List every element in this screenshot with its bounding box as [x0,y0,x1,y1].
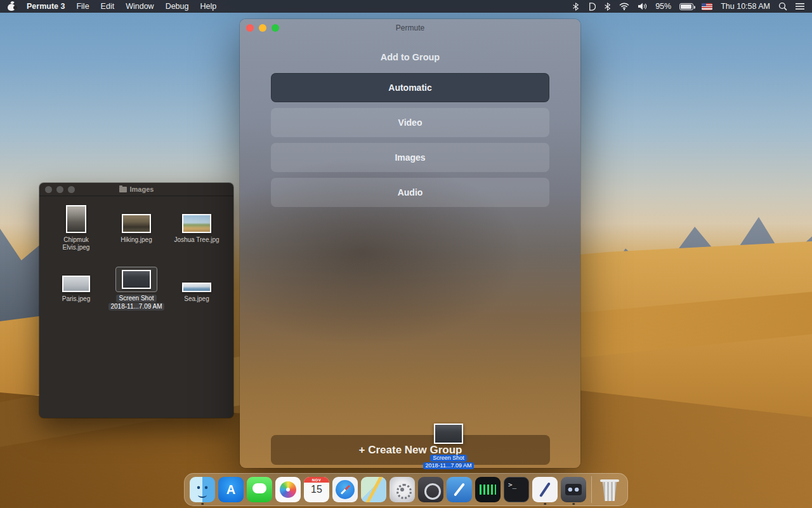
dock-icon-safari[interactable] [332,475,358,504]
add-to-group-heading: Add to Group [240,52,580,62]
finder-window: Images Chipmuk Elvis.jpeg Hiking.jpeg Jo… [39,183,233,418]
bluetooth-icon[interactable] [604,2,611,11]
group-list: Automatic Video Images Audio [271,73,549,207]
file-item-paris[interactable]: Paris.jpeg [46,260,107,311]
spotlight-icon[interactable] [778,2,787,11]
messages-icon [247,477,272,502]
dock-icon-notes[interactable] [532,475,558,504]
dock: NOV 15 [184,473,628,506]
menu-edit[interactable]: Edit [101,2,115,11]
permute-titlebar[interactable]: Permute [240,19,580,36]
control-list-icon[interactable] [796,3,804,10]
running-indicator [544,503,546,505]
finder-file-grid: Chipmuk Elvis.jpeg Hiking.jpeg Joshua Tr… [39,201,233,311]
audio-meter-icon [475,477,501,502]
menu-bar: Permute 3 File Edit Window Debug Help 95… [0,0,812,13]
dock-icon-system-preferences[interactable] [390,475,415,504]
safari-icon [332,477,358,502]
group-button-images[interactable]: Images [271,143,549,172]
menu-clock[interactable]: Thu 10:58 AM [721,2,770,11]
menu-help[interactable]: Help [200,2,216,11]
finder-icon [190,477,215,502]
running-indicator [201,503,204,505]
dock-icon-permute[interactable] [561,475,586,504]
quicktime-icon [418,477,443,502]
volume-icon[interactable] [638,3,647,10]
create-new-group-button[interactable]: + Create New Group [271,435,550,465]
file-thumbnail [62,276,90,292]
dock-icon-app-store[interactable] [218,475,244,504]
dock-icon-calendar[interactable]: NOV 15 [304,475,329,504]
file-thumbnail [66,205,86,233]
group-button-automatic[interactable]: Automatic [271,73,549,102]
selection-highlight [115,267,157,292]
file-item-sea[interactable]: Sea.jpeg [167,260,227,311]
app-store-icon [218,477,244,502]
dock-icon-terminal[interactable] [504,475,529,504]
menu-window[interactable]: Window [126,2,154,11]
input-language-flag-icon[interactable] [702,3,712,10]
drag-preview-label: Screen Shot 2018-11...7.09 AM [414,455,483,469]
drag-preview-thumbnail[interactable] [434,424,463,444]
dock-icon-messages[interactable] [247,475,272,504]
finder-window-title: Images [39,185,233,193]
d-badge-icon[interactable] [587,2,596,11]
file-item-joshua-tree[interactable]: Joshua Tree.jpg [167,201,227,251]
file-thumbnail [182,214,211,233]
photos-icon [275,477,301,502]
permute-window-title: Permute [240,23,580,32]
file-item-hiking[interactable]: Hiking.jpeg [107,201,167,251]
dock-icon-finder[interactable] [190,475,215,504]
file-item-chipmuk-elvis[interactable]: Chipmuk Elvis.jpeg [46,201,107,251]
dock-icon-trash[interactable] [597,475,622,504]
wifi-icon[interactable] [619,3,629,10]
calendar-icon: NOV 15 [304,477,329,502]
finder-titlebar[interactable]: Images [39,183,233,196]
group-button-audio[interactable]: Audio [271,178,549,207]
menu-app-name[interactable]: Permute 3 [27,2,65,11]
dock-icon-quicktime[interactable] [418,475,443,504]
file-thumbnail [122,270,151,289]
file-thumbnail [122,214,151,233]
dock-icon-maps[interactable] [361,475,386,504]
permute-window: Permute Add to Group Automatic Video Ima… [240,19,580,468]
dock-icon-audio-meter[interactable] [475,475,501,504]
apple-menu-icon[interactable] [8,2,15,11]
running-indicator [572,503,575,505]
dock-divider [591,476,592,503]
permute-robot-icon [561,477,586,502]
folder-icon [119,187,127,192]
xcode-icon [447,477,472,502]
terminal-icon [504,477,529,502]
dock-icon-xcode[interactable] [447,475,472,504]
menu-file[interactable]: File [76,2,89,11]
gear-icon [390,477,415,502]
file-thumbnail [182,283,211,292]
trash-icon [598,477,621,502]
bluetooth-icon[interactable] [572,2,579,11]
notes-icon [532,477,558,502]
maps-icon [361,477,386,502]
group-button-video[interactable]: Video [271,108,549,137]
dock-icon-photos[interactable] [275,475,301,504]
battery-icon[interactable] [679,3,693,10]
file-item-screen-shot[interactable]: Screen Shot 2018-11...7.09 AM [107,260,167,311]
battery-percent-label: 95% [655,2,671,11]
menu-debug[interactable]: Debug [166,2,189,11]
